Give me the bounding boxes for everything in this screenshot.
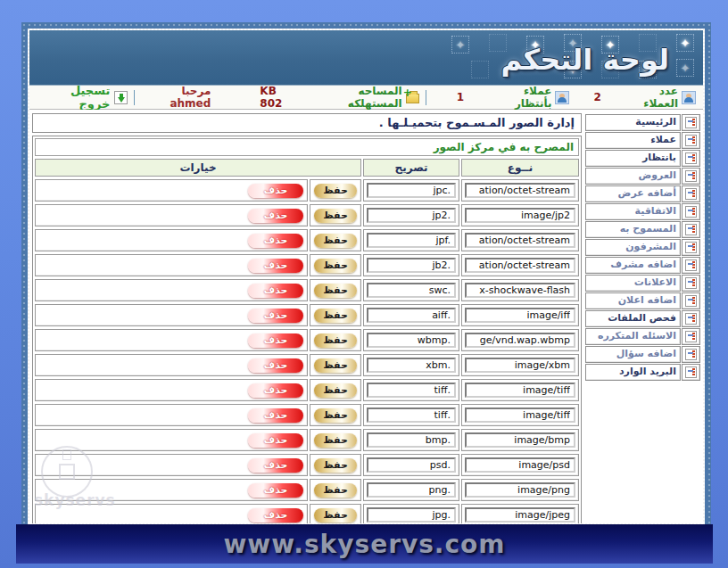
extension-input[interactable]	[367, 383, 456, 398]
extension-input[interactable]	[367, 283, 456, 298]
mime-type-input[interactable]	[465, 507, 575, 523]
extension-input[interactable]	[367, 482, 456, 498]
mime-type-input[interactable]	[465, 482, 575, 498]
sidebar-item[interactable]: فحص الملفات	[585, 310, 700, 327]
sidebar-item[interactable]: أضافه عرض	[585, 185, 700, 202]
delete-button[interactable]: حذف	[248, 333, 303, 348]
sidebar-item[interactable]: بانتظار	[585, 150, 700, 167]
mime-type-input[interactable]	[465, 383, 575, 398]
extension-cell	[363, 254, 459, 276]
sidebar-item[interactable]: المسموح به	[585, 221, 700, 238]
extension-input[interactable]	[367, 258, 456, 273]
sidebar-item[interactable]: الاعلانات	[585, 275, 700, 292]
toolbar: عدد العملاء 2 عملاء بأنتظار 1 المساحه ال…	[29, 86, 703, 110]
note-icon	[685, 224, 697, 235]
logout-link[interactable]: تسجيل خروج	[37, 84, 128, 111]
save-button[interactable]: حفظ	[314, 234, 357, 248]
save-button[interactable]: حفظ	[314, 333, 357, 348]
options-cell: حذف	[35, 229, 308, 251]
delete-button[interactable]: حذف	[248, 383, 303, 398]
sidebar-item[interactable]: الاتفاقية	[585, 203, 700, 220]
page-subheader: المصرح به في مركز الصور	[35, 138, 579, 156]
delete-button[interactable]: حذف	[248, 408, 303, 423]
mime-type-input[interactable]	[465, 183, 575, 198]
delete-button[interactable]: حذف	[248, 309, 303, 323]
sidebar-item-icon-cell	[682, 150, 700, 167]
sidebar-item-icon-cell	[682, 364, 700, 381]
save-button[interactable]: حفظ	[314, 259, 357, 273]
extension-cell	[363, 504, 459, 523]
save-button[interactable]: حفظ	[314, 209, 357, 223]
table-header-row: نــوع تصريح خيارات	[35, 159, 579, 177]
delete-button[interactable]: حذف	[248, 433, 303, 448]
mime-type-input[interactable]	[465, 333, 575, 348]
sidebar-item[interactable]: الاسئله المتكرره	[585, 328, 700, 345]
space-used-stat: المساحه المستهلكه KB 802	[255, 85, 418, 110]
app-title: لوحة التحكم	[501, 43, 670, 77]
sparkle-icon	[471, 61, 489, 78]
sidebar-item[interactable]: الرئيسية	[585, 114, 700, 131]
delete-button[interactable]: حذف	[248, 209, 303, 223]
mime-type-input[interactable]	[465, 283, 575, 298]
delete-button[interactable]: حذف	[248, 259, 303, 273]
sidebar-item-icon-cell	[682, 114, 700, 131]
delete-button[interactable]: حذف	[248, 458, 303, 473]
toolbar-separator	[426, 90, 426, 105]
options-cell: حذف	[35, 204, 308, 226]
extension-input[interactable]	[367, 208, 456, 223]
sidebar-item-icon-cell	[682, 203, 700, 220]
extension-input[interactable]	[367, 457, 456, 473]
sidebar-item[interactable]: عملاء	[585, 132, 700, 149]
sidebar-item[interactable]: اضافه مشرف	[585, 257, 700, 274]
sidebar-item-label: اضافه سؤال	[585, 346, 681, 363]
extension-input[interactable]	[367, 333, 456, 348]
sidebar-item[interactable]: البريد الوارد	[585, 364, 700, 381]
clients-waiting-label: عملاء بأنتظار	[492, 85, 551, 110]
sidebar-item-icon-cell	[682, 275, 700, 292]
save-cell: حفظ	[310, 329, 361, 351]
note-icon	[685, 331, 697, 342]
save-button[interactable]: حفظ	[314, 358, 357, 373]
clients-waiting-value: 1	[457, 91, 464, 103]
note-icon	[685, 277, 697, 289]
sidebar-item-label: المسموح به	[585, 221, 681, 238]
extension-input[interactable]	[367, 407, 456, 423]
column-header-options: خيارات	[35, 159, 361, 177]
save-button[interactable]: حفظ	[314, 483, 357, 498]
save-button[interactable]: حفظ	[314, 284, 357, 298]
mime-type-input[interactable]	[465, 308, 575, 323]
sidebar-item[interactable]: اضافه اعلان	[585, 292, 700, 309]
extension-input[interactable]	[367, 233, 456, 248]
mime-type-input[interactable]	[465, 358, 575, 373]
extension-input[interactable]	[367, 358, 456, 373]
space-used-label: المساحه المستهلكه	[308, 85, 402, 110]
sidebar-item[interactable]: المشرفون	[585, 239, 700, 256]
save-button[interactable]: حفظ	[314, 184, 357, 198]
mime-type-input[interactable]	[465, 432, 575, 448]
delete-button[interactable]: حذف	[248, 483, 303, 498]
delete-button[interactable]: حذف	[248, 234, 303, 248]
mime-type-input[interactable]	[465, 258, 575, 273]
extension-input[interactable]	[367, 507, 456, 523]
mime-type-input[interactable]	[465, 233, 575, 248]
sidebar-item[interactable]: اضافه سؤال	[585, 346, 700, 363]
save-button[interactable]: حفظ	[314, 458, 357, 473]
save-button[interactable]: حفظ	[314, 508, 357, 523]
extension-input[interactable]	[367, 308, 456, 323]
mime-type-input[interactable]	[465, 407, 575, 423]
delete-button[interactable]: حذف	[248, 508, 303, 523]
delete-button[interactable]: حذف	[248, 358, 303, 373]
delete-button[interactable]: حذف	[248, 284, 303, 298]
sidebar-item[interactable]: العروض	[585, 168, 700, 185]
extension-input[interactable]	[367, 432, 456, 448]
images-manager-box: المصرح به في مركز الصور نــوع تصريح خيار…	[32, 136, 582, 523]
extension-input[interactable]	[367, 183, 456, 198]
save-button[interactable]: حفظ	[314, 408, 357, 423]
delete-button[interactable]: حذف	[248, 184, 303, 198]
save-cell: حفظ	[310, 254, 361, 276]
save-button[interactable]: حفظ	[314, 383, 357, 398]
mime-type-input[interactable]	[465, 208, 575, 223]
mime-type-input[interactable]	[465, 457, 575, 473]
save-button[interactable]: حفظ	[314, 433, 357, 448]
save-button[interactable]: حفظ	[314, 309, 357, 323]
